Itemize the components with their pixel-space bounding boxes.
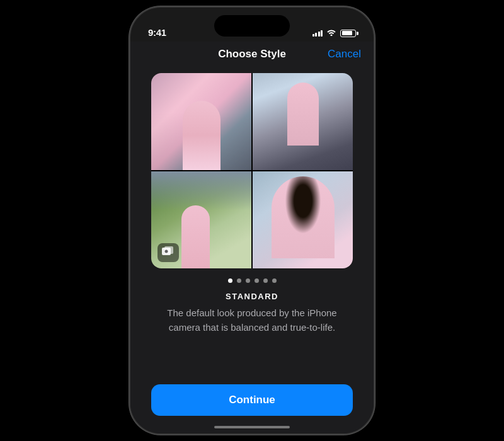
photo-cell-4 (253, 171, 353, 268)
continue-button[interactable]: Continue (151, 384, 353, 416)
continue-button-label: Continue (229, 394, 275, 406)
battery-icon (340, 30, 356, 37)
cancel-button[interactable]: Cancel (328, 48, 361, 60)
photo-cell-1 (151, 73, 251, 170)
dot-2[interactable] (237, 278, 241, 283)
screen-content: Choose Style Cancel (130, 42, 374, 433)
dynamic-island (214, 15, 290, 37)
nav-title: Choose Style (218, 48, 286, 60)
photo-grid[interactable] (151, 73, 353, 268)
signal-bars-icon (312, 30, 323, 37)
nav-bar: Choose Style Cancel (130, 42, 374, 67)
status-time: 9:41 (148, 27, 166, 38)
style-description: The default look produced by the iPhone … (164, 306, 340, 335)
dot-6[interactable] (272, 278, 277, 283)
photo-cell-2 (253, 73, 353, 170)
dot-1[interactable] (228, 278, 232, 283)
svg-point-2 (165, 250, 168, 253)
wifi-icon (326, 28, 336, 38)
camera-gallery-icon (158, 243, 179, 262)
pagination-dots (228, 278, 277, 283)
home-indicator (214, 426, 290, 428)
status-icons (312, 28, 357, 38)
phone-frame: 9:41 Choose Style Cancel (129, 6, 375, 435)
photo-cell-3 (151, 171, 251, 268)
dot-4[interactable] (255, 278, 259, 283)
dot-3[interactable] (246, 278, 250, 283)
style-label: STANDARD (226, 292, 278, 301)
dot-5[interactable] (263, 278, 268, 283)
